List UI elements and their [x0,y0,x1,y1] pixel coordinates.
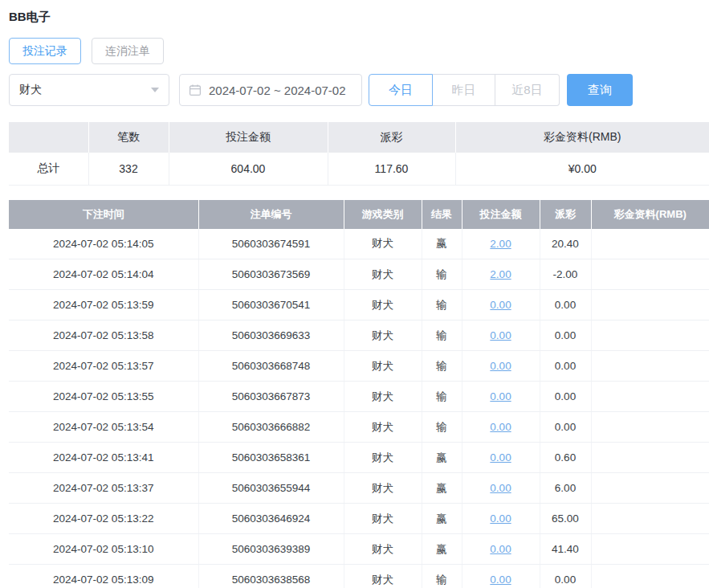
cell-bet-time: 2024-07-02 05:14:04 [9,259,198,290]
records-header-row: 下注时间 注单编号 游戏类别 结果 投注金额 派彩 彩金资料(RMB) [9,200,709,229]
cell-bet-amount: 0.00 [462,412,540,443]
quick-last8days-button[interactable]: 近8日 [495,74,560,106]
cell-payout: 0.00 [540,321,591,351]
bet-amount-link[interactable]: 0.00 [490,329,511,341]
cell-payout: 65.00 [540,504,591,534]
cell-game-type: 财犬 [344,351,422,382]
bet-amount-link[interactable]: 0.00 [490,421,511,433]
cell-bet-time: 2024-07-02 05:13:54 [9,412,198,443]
search-button[interactable]: 查询 [567,74,633,106]
tab-cancelled-orders[interactable]: 连消注单 [92,38,164,64]
summary-total-row: 总计 332 604.00 117.60 ¥0.00 [9,153,709,185]
cell-game-type: 财犬 [344,565,422,588]
cell-game-type: 财犬 [344,382,422,412]
quick-yesterday-button[interactable]: 昨日 [433,74,495,106]
cell-bet-time: 2024-07-02 05:13:57 [9,351,198,382]
bet-amount-link[interactable]: 0.00 [490,299,511,311]
records-header-order-number: 注单编号 [198,200,344,229]
cell-bet-amount: 2.00 [462,229,540,259]
cell-bonus [591,504,709,534]
cell-payout: 41.40 [540,534,591,565]
cell-bonus [591,473,709,504]
bet-amount-link[interactable]: 0.00 [490,543,511,555]
records-header-payout: 派彩 [540,200,591,229]
cell-bonus [591,321,709,351]
bet-amount-link[interactable]: 0.00 [490,482,511,494]
cell-game-type: 财犬 [344,229,422,259]
records-table: 下注时间 注单编号 游戏类别 结果 投注金额 派彩 彩金资料(RMB) 2024… [9,200,709,588]
cell-game-type: 财犬 [344,259,422,290]
cell-bet-amount: 0.00 [462,290,540,321]
cell-result: 赢 [422,473,462,504]
cell-payout: 0.00 [540,412,591,443]
calendar-icon [189,84,202,96]
cell-result: 输 [422,565,462,588]
cell-result: 赢 [422,534,462,565]
summary-header-bonus: 彩金资料(RMB) [455,122,709,153]
cell-bet-time: 2024-07-02 05:13:55 [9,382,198,412]
table-row: 2024-07-02 05:13:59 5060303670541 财犬 输 0… [9,290,709,321]
summary-total-payout: 117.60 [328,153,455,185]
cell-bet-time: 2024-07-02 05:14:05 [9,229,198,259]
cell-bonus [591,290,709,321]
cell-order-number: 5060303666882 [198,412,344,443]
summary-header-row: 笔数 投注金额 派彩 彩金资料(RMB) [9,122,709,153]
date-range-input[interactable]: 2024-07-02 ~ 2024-07-02 [179,74,362,106]
cell-bet-amount: 0.00 [462,504,540,534]
cell-bet-time: 2024-07-02 05:13:37 [9,473,198,504]
table-row: 2024-07-02 05:13:22 5060303646924 财犬 赢 0… [9,504,709,534]
cell-bet-time: 2024-07-02 05:13:41 [9,443,198,473]
quick-range-button-group: 今日 昨日 近8日 [369,74,560,106]
summary-total-label: 总计 [9,153,88,185]
cell-game-type: 财犬 [344,473,422,504]
cell-bet-amount: 0.00 [462,534,540,565]
summary-header-blank [9,122,88,153]
summary-total-count: 332 [88,153,169,185]
table-row: 2024-07-02 05:13:10 5060303639389 财犬 赢 0… [9,534,709,565]
bet-amount-link[interactable]: 2.00 [490,268,511,280]
cell-bet-amount: 0.00 [462,382,540,412]
cell-result: 输 [422,321,462,351]
summary-header-payout: 派彩 [328,122,455,153]
cell-payout: 0.00 [540,290,591,321]
cell-result: 输 [422,412,462,443]
cell-payout: 0.00 [540,382,591,412]
cell-bet-amount: 0.00 [462,443,540,473]
game-select[interactable]: 财犬 [9,74,169,106]
records-header-game-type: 游戏类别 [344,200,422,229]
filter-bar: 财犬 2024-07-02 ~ 2024-07-02 今日 昨日 近8日 查询 [9,74,709,106]
summary-total-bet-amount: 604.00 [169,153,328,185]
records-header-result: 结果 [422,200,462,229]
bet-amount-link[interactable]: 0.00 [490,360,511,372]
summary-header-count: 笔数 [88,122,169,153]
bet-amount-link[interactable]: 2.00 [490,238,511,250]
cell-bonus [591,443,709,473]
tab-bar: 投注记录 连消注单 [9,38,709,64]
quick-today-button[interactable]: 今日 [369,74,433,106]
bet-amount-link[interactable]: 0.00 [490,451,511,463]
chevron-down-icon [151,88,159,92]
cell-game-type: 财犬 [344,504,422,534]
cell-bet-time: 2024-07-02 05:13:58 [9,321,198,351]
bet-amount-link[interactable]: 0.00 [490,574,511,586]
cell-order-number: 5060303639389 [198,534,344,565]
tab-bet-records[interactable]: 投注记录 [9,38,81,64]
bet-amount-link[interactable]: 0.00 [490,390,511,402]
cell-game-type: 财犬 [344,443,422,473]
cell-result: 赢 [422,443,462,473]
cell-bonus [591,534,709,565]
cell-bonus [591,229,709,259]
cell-order-number: 5060303669633 [198,321,344,351]
cell-order-number: 5060303670541 [198,290,344,321]
summary-header-bet-amount: 投注金额 [169,122,328,153]
cell-payout: 0.00 [540,565,591,588]
cell-bet-amount: 2.00 [462,259,540,290]
cell-result: 赢 [422,229,462,259]
cell-order-number: 5060303658361 [198,443,344,473]
cell-order-number: 5060303655944 [198,473,344,504]
cell-bet-time: 2024-07-02 05:13:10 [9,534,198,565]
cell-result: 输 [422,290,462,321]
bet-amount-link[interactable]: 0.00 [490,512,511,525]
records-header-bonus: 彩金资料(RMB) [591,200,709,229]
cell-order-number: 5060303673569 [198,259,344,290]
